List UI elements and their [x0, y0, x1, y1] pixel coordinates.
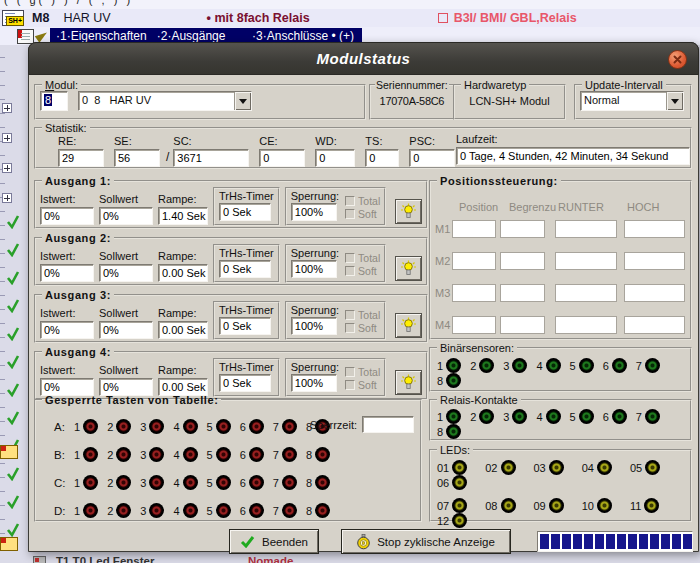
status-led — [116, 419, 131, 434]
status-led — [452, 475, 467, 490]
hoch-field[interactable] — [624, 316, 685, 334]
flag-checkbox-icon[interactable] — [438, 13, 448, 23]
istwert-label: Istwert: — [40, 364, 94, 376]
lamp-button[interactable] — [395, 313, 422, 338]
sollwert-field[interactable]: 0% — [99, 264, 153, 282]
sperrung-field[interactable]: 100% — [291, 317, 337, 335]
modul-number-input[interactable]: 8 — [40, 91, 68, 111]
istwert-field[interactable]: 0% — [40, 207, 94, 225]
status-led — [282, 503, 297, 518]
position-field[interactable] — [452, 252, 496, 270]
tree-expand-button[interactable] — [2, 163, 12, 173]
motor-row: M3 — [431, 284, 690, 304]
lamp-button[interactable] — [395, 199, 422, 224]
module-tree-row[interactable]: SH+ M8 HAR UV • mit 8fach Relais B3I/ BM… — [0, 9, 700, 27]
stat-ce-field[interactable]: 0 — [259, 149, 305, 167]
rampe-field[interactable]: 0.00 Sek — [158, 321, 208, 339]
tree-expand-button[interactable] — [2, 103, 12, 113]
begrenzung-field[interactable] — [500, 284, 545, 302]
position-field[interactable] — [452, 220, 496, 238]
led-cell: 5 — [207, 503, 231, 518]
sollwert-field[interactable]: 0% — [99, 207, 153, 225]
tree-expand-button[interactable] — [2, 193, 12, 203]
soft-checkbox[interactable]: Soft — [345, 322, 380, 334]
total-checkbox[interactable]: Total — [345, 252, 380, 264]
ausgang1-group: Ausgang 1: Istwert:0% Sollwert0% Rampe:1… — [34, 175, 428, 229]
stat-ts-field[interactable]: 0 — [365, 149, 399, 167]
lamp-button[interactable] — [395, 370, 422, 395]
trhs-field[interactable]: 0 Sek — [219, 203, 271, 221]
sperrung-label: Sperrung: — [291, 247, 339, 259]
stat-sc-field[interactable]: 3671 — [173, 149, 249, 167]
stat-psc-field[interactable]: 0 — [409, 149, 455, 167]
led-cell: 7 — [273, 503, 297, 518]
hoch-field[interactable] — [624, 284, 685, 302]
total-checkbox[interactable]: Total — [345, 195, 380, 207]
led-cell: 1 — [74, 419, 98, 434]
trhs-field[interactable]: 0 Sek — [219, 260, 271, 278]
rampe-field[interactable]: 1.40 Sek — [158, 207, 208, 225]
modul-combobox[interactable]: 0 8 HAR UV — [78, 91, 252, 111]
begrenzung-field[interactable] — [500, 252, 545, 270]
status-led — [149, 447, 164, 462]
laufzeit-field[interactable]: 0 Tage, 4 Stunden, 42 Minuten, 34 Sekund — [456, 147, 690, 165]
hoch-field[interactable] — [624, 220, 685, 238]
led-cell: 8 — [306, 503, 330, 518]
close-icon[interactable] — [668, 50, 687, 69]
led-cell: 7 — [273, 419, 297, 434]
trhs-field[interactable]: 0 Sek — [219, 317, 271, 335]
dropdown-arrow-icon[interactable] — [234, 92, 251, 110]
led-number: 10 — [582, 500, 594, 512]
progress-segment — [628, 534, 637, 549]
stat-re-field[interactable]: 29 — [58, 149, 104, 167]
stat-se-field[interactable]: 56 — [114, 149, 160, 167]
status-led — [116, 475, 131, 490]
total-checkbox[interactable]: Total — [345, 309, 380, 321]
beenden-button[interactable]: Beenden — [229, 529, 319, 554]
total-checkbox[interactable]: Total — [345, 366, 380, 378]
module-name: HAR UV — [63, 11, 110, 25]
position-field[interactable] — [452, 316, 496, 334]
trhs-box: TrHs-Timer0 Sek — [213, 244, 280, 283]
begrenzung-field[interactable] — [500, 220, 545, 238]
begrenzung-field[interactable] — [500, 316, 545, 334]
led-number: 3 — [503, 411, 509, 423]
status-led — [282, 419, 297, 434]
trhs-field[interactable]: 0 Sek — [219, 374, 271, 392]
led-number: 09 — [534, 500, 546, 512]
soft-checkbox[interactable]: Soft — [345, 379, 380, 391]
lamp-button[interactable] — [395, 256, 422, 281]
tree-check-icon — [5, 243, 21, 257]
runter-field[interactable] — [555, 284, 617, 302]
motor-row: M2 — [431, 252, 690, 272]
sperrung-field[interactable]: 100% — [291, 203, 337, 221]
runter-field[interactable] — [555, 220, 617, 238]
stat-wd-field[interactable]: 0 — [315, 149, 355, 167]
istwert-field[interactable]: 0% — [40, 264, 94, 282]
led-number: 5 — [207, 477, 213, 489]
runter-field[interactable] — [555, 316, 617, 334]
tree-expand-button[interactable] — [2, 133, 12, 143]
soft-checkbox[interactable]: Soft — [345, 208, 380, 220]
sperrung-field[interactable]: 100% — [291, 260, 337, 278]
stat-label: RE: — [58, 135, 104, 147]
led-cell: 10 — [582, 498, 612, 513]
hoch-field[interactable] — [624, 252, 685, 270]
dropdown-arrow-icon[interactable] — [666, 92, 683, 110]
positionssteuerung-title: Positionssteuerung: — [437, 175, 561, 187]
soft-checkbox[interactable]: Soft — [345, 265, 380, 277]
stop-zyklische-anzeige-button[interactable]: Stop zyklische Anzeige — [341, 529, 511, 554]
dialog-titlebar[interactable]: Modulstatus — [28, 42, 699, 75]
update-intervall-combobox[interactable]: Normal — [580, 91, 684, 111]
led-number: 5 — [570, 360, 576, 372]
sperrung-field[interactable]: 100% — [291, 374, 337, 392]
sollwert-field[interactable]: 0% — [99, 321, 153, 339]
position-field[interactable] — [452, 284, 496, 302]
status-led — [549, 498, 564, 513]
rampe-field[interactable]: 0.00 Sek — [158, 264, 208, 282]
led-cell: 5 — [570, 358, 594, 373]
progress-segment — [672, 534, 681, 549]
istwert-field[interactable]: 0% — [40, 321, 94, 339]
sperrzeit-field[interactable] — [362, 416, 414, 433]
runter-field[interactable] — [555, 252, 617, 270]
